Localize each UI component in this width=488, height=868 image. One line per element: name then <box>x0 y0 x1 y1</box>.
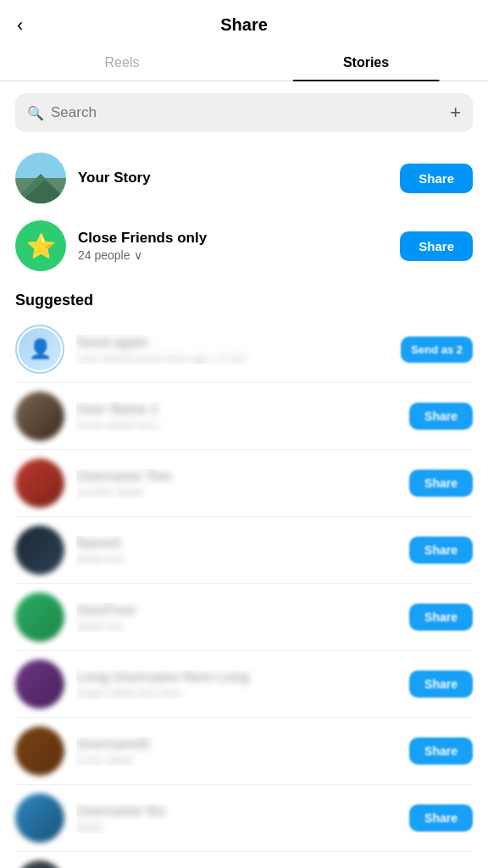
suggested-item: Username7 detail text Share <box>0 852 488 868</box>
your-story-info: Your Story <box>78 170 388 186</box>
suggested-name: Username5 <box>76 737 397 752</box>
suggested-name: User Name 1 <box>76 402 397 417</box>
page-title: Share <box>220 15 268 35</box>
suggested-share-button[interactable]: Share <box>409 670 473 698</box>
suggested-item: User Name 1 some detail here Share <box>0 383 488 449</box>
close-friends-sub: 24 people ∨ <box>78 248 388 262</box>
suggested-item: Username Six detail Share <box>0 785 488 851</box>
suggested-avatar <box>15 593 64 642</box>
suggested-avatar <box>15 459 64 508</box>
close-friends-avatar: ⭐ <box>15 220 66 271</box>
suggested-header: Suggested <box>0 280 488 316</box>
search-icon: 🔍 <box>27 105 44 121</box>
suggested-detail: detail text <box>76 553 397 565</box>
suggested-detail: another detail <box>76 486 397 498</box>
suggested-avatar <box>15 392 64 441</box>
suggested-name: Username Two <box>76 469 397 484</box>
suggested-detail: some detail <box>76 754 397 766</box>
suggested-detail: Last shared some time ago • 4 min <box>76 352 389 364</box>
suggested-info: User Name 1 some detail here <box>76 402 397 431</box>
suggested-share-button[interactable]: Share <box>409 537 473 564</box>
chevron-down-icon: ∨ <box>134 248 142 262</box>
suggested-name: UserFour <box>76 603 397 618</box>
add-icon[interactable]: + <box>450 102 461 124</box>
suggested-share-button[interactable]: Share <box>409 470 473 497</box>
suggested-item: Name3 detail text Share <box>0 517 488 583</box>
suggested-share-button[interactable]: Share <box>409 403 473 430</box>
suggested-info: Username5 some detail <box>76 737 397 766</box>
close-friends-name: Close Friends only <box>78 230 388 247</box>
suggested-info: Long Username Here Long longer detail te… <box>76 670 397 699</box>
search-input[interactable] <box>51 104 443 121</box>
suggested-detail: some detail here <box>76 419 397 431</box>
suggested-info: Username Six detail <box>76 804 397 833</box>
suggested-list: 👤 Send again Last shared some time ago •… <box>0 316 488 868</box>
search-container: 🔍 + <box>0 81 488 144</box>
your-story-name: Your Story <box>78 170 388 186</box>
tab-stories[interactable]: Stories <box>244 43 488 81</box>
your-story-item: Your Story Share <box>0 144 488 212</box>
suggested-item: Username5 some detail Share <box>0 718 488 784</box>
suggested-name: Username Six <box>76 804 397 819</box>
suggested-item: UserFour detail info Share <box>0 584 488 650</box>
suggested-item: Username Two another detail Share <box>0 450 488 516</box>
tab-reels[interactable]: Reels <box>0 43 244 81</box>
tabs-container: Reels Stories <box>0 43 488 81</box>
suggested-item: 👤 Send again Last shared some time ago •… <box>0 316 488 382</box>
your-story-share-button[interactable]: Share <box>400 164 473 193</box>
suggested-avatar <box>15 526 64 575</box>
suggested-name: Send again <box>76 335 389 350</box>
close-friends-item: ⭐ Close Friends only 24 people ∨ Share <box>0 212 488 280</box>
close-friends-info: Close Friends only 24 people ∨ <box>78 230 388 262</box>
suggested-share-button[interactable]: Share <box>409 804 473 832</box>
suggested-share-button[interactable]: Share <box>409 737 473 765</box>
close-friends-share-button[interactable]: Share <box>400 231 473 261</box>
suggested-item: Long Username Here Long longer detail te… <box>0 651 488 717</box>
suggested-info: Username Two another detail <box>76 469 397 498</box>
suggested-info: Send again Last shared some time ago • 4… <box>76 335 389 364</box>
suggested-avatar <box>15 726 64 776</box>
suggested-info: UserFour detail info <box>76 603 397 632</box>
search-bar: 🔍 + <box>15 93 473 132</box>
suggested-share-button[interactable]: Share <box>409 604 473 631</box>
your-story-avatar <box>15 153 66 203</box>
suggested-avatar <box>15 860 64 868</box>
suggested-detail: longer detail text here <box>76 687 397 699</box>
suggested-detail: detail info <box>76 620 397 632</box>
suggested-avatar: 👤 <box>15 325 64 374</box>
header: ‹ Share <box>0 0 488 43</box>
suggested-avatar <box>15 659 64 709</box>
back-button[interactable]: ‹ <box>17 16 23 35</box>
suggested-share-button[interactable]: Send as 2 <box>401 337 473 363</box>
suggested-avatar <box>15 793 64 843</box>
suggested-detail: detail <box>76 821 397 833</box>
suggested-name: Name3 <box>76 536 397 551</box>
suggested-info: Name3 detail text <box>76 536 397 565</box>
star-icon: ⭐ <box>26 232 56 260</box>
suggested-name: Long Username Here Long <box>76 670 397 685</box>
